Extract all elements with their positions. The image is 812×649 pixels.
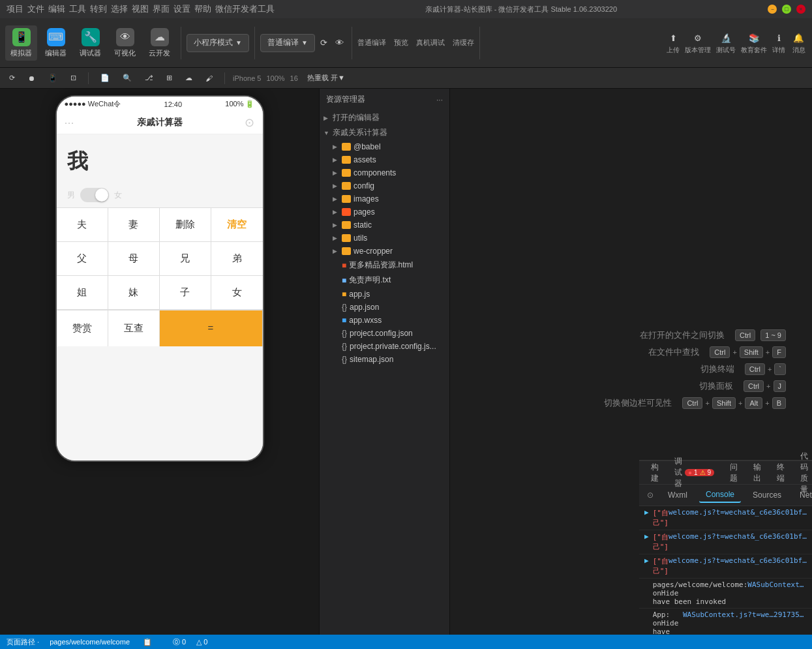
branch-btn[interactable]: ⎇ xyxy=(141,72,157,83)
minimize-button[interactable]: － xyxy=(768,5,777,14)
cloud2-btn[interactable]: ☁ xyxy=(181,72,196,83)
editor-btn[interactable]: ⌨ 编辑器 xyxy=(40,25,72,61)
tree-item-we-cropper[interactable]: ▶ we-cropper xyxy=(320,245,449,258)
toggle-female-label: 女 xyxy=(114,190,122,201)
log-arrow-1[interactable]: ▶ xyxy=(644,508,649,517)
json1-icon: {} xyxy=(342,303,347,312)
tree-item-sitemap[interactable]: ▶ {} sitemap.json xyxy=(320,353,449,366)
calc-cell-wife[interactable]: 妻 xyxy=(108,208,160,242)
log-row-3: ▶ ["自己"] welcome.js?t=wechat&_c6e36c01bf… xyxy=(639,554,812,579)
file-btn[interactable]: 📄 xyxy=(97,72,113,83)
calc-cell-mother[interactable]: 母 xyxy=(108,242,160,276)
maximize-button[interactable]: □ xyxy=(782,5,791,14)
tree-section-opened[interactable]: ▶ 打开的编辑器 xyxy=(320,110,449,125)
debugger-btn[interactable]: 🔧 调试器 xyxy=(74,25,106,61)
tab-output[interactable]: 输出 xyxy=(747,459,768,487)
calc-cell-younger-sister[interactable]: 妹 xyxy=(108,276,160,310)
calc-cell-daughter[interactable]: 女 xyxy=(211,276,263,310)
preview-label: 预览 xyxy=(394,38,408,48)
test-btn[interactable]: 🔬 xyxy=(718,31,734,46)
tree-item-images[interactable]: ▶ images xyxy=(320,192,449,205)
tab-issues[interactable]: 问题 xyxy=(723,459,744,487)
tree-item-config[interactable]: ▶ config xyxy=(320,179,449,192)
sep3 xyxy=(352,27,352,59)
log-link-5[interactable]: WASubContext.js?t=we…29173534&v=2.21.1:2 xyxy=(683,611,807,619)
colordepth-label: 16 xyxy=(290,74,298,82)
tree-item-appjs[interactable]: ▶ ■ app.js xyxy=(320,288,449,301)
compile-dropdown[interactable]: 普通编译 ▼ xyxy=(260,34,315,52)
tree-item-pages[interactable]: ▶ pages xyxy=(320,205,449,219)
upload-btn[interactable]: ⬆ xyxy=(667,31,680,46)
log-arrow-3[interactable]: ▶ xyxy=(644,556,649,565)
mode-dropdown[interactable]: 小程序模式 ▼ xyxy=(187,34,249,52)
wxss-icon: ■ xyxy=(342,316,346,325)
phone-back-icon[interactable]: ··· xyxy=(65,116,74,130)
log-link-2[interactable]: welcome.js?t=wechat&_c6e36c01bf47bdf8:63 xyxy=(669,532,807,541)
log-row-4: ▶ pages/welcome/welcome: onHide have bee… xyxy=(639,579,812,609)
tree-item-babel[interactable]: ▶ @babel xyxy=(320,140,449,153)
tree-item-txt[interactable]: ▶ ■ 免责声明.txt xyxy=(320,273,449,288)
detail-btn[interactable]: ℹ xyxy=(775,31,783,46)
calc-cell-husband[interactable]: 夫 xyxy=(57,208,108,242)
calc-cell-clear[interactable]: 清空 xyxy=(211,208,263,242)
log-arrow-2[interactable]: ▶ xyxy=(644,532,649,541)
tree-item-html[interactable]: ▶ ■ 更多精品资源.html xyxy=(320,258,449,273)
visual-btn[interactable]: 👁 可视化 xyxy=(109,25,141,61)
hotreload-btn[interactable]: 热重载 开▼ xyxy=(303,72,349,84)
test-label: 测试号 xyxy=(716,46,736,55)
tree-item-project-private[interactable]: ▶ {} project.private.config.js... xyxy=(320,340,449,353)
calc-cell-younger-brother[interactable]: 弟 xyxy=(211,242,263,276)
footer-equals[interactable]: = xyxy=(160,310,263,346)
grid-btn[interactable]: ⊞ xyxy=(162,72,176,83)
compile-label2: 普通编译 xyxy=(357,38,386,48)
tree-item-appwxss[interactable]: ▶ ■ app.wxss xyxy=(320,314,449,327)
subtab-network[interactable]: Network xyxy=(793,488,812,502)
page-path[interactable]: pages/welcome/welcome xyxy=(50,638,130,646)
notification-btn[interactable]: 🔔 xyxy=(790,31,807,46)
footer-reward[interactable]: 赞赏 xyxy=(57,310,108,346)
tree-item-assets[interactable]: ▶ assets xyxy=(320,153,449,166)
filepanel-title: 资源管理器 xyxy=(326,94,365,105)
tree-section-project[interactable]: ▼ 亲戚关系计算器 xyxy=(320,125,449,140)
calc-cell-father[interactable]: 父 xyxy=(57,242,108,276)
education-btn[interactable]: 📚 xyxy=(746,31,762,46)
gender-toggle[interactable] xyxy=(80,188,109,202)
debug-pause-btn[interactable]: ⊙ xyxy=(644,489,656,501)
cloud-btn[interactable]: ☁ 云开发 xyxy=(143,25,175,61)
calc-cell-son[interactable]: 子 xyxy=(160,276,211,310)
tree-item-appjson[interactable]: ▶ {} app.json xyxy=(320,301,449,314)
t2-sep2 xyxy=(224,72,225,84)
log-link-1[interactable]: welcome.js?t=wechat&_c6e36c01bf47bdf8:63 xyxy=(669,508,807,517)
log-link-3[interactable]: welcome.js?t=wechat&_c6e36c01bf47bdf8:63 xyxy=(669,556,807,565)
tab-debugger[interactable]: 调试器 ● 1 ⚠ 9 xyxy=(668,453,721,492)
subtab-sources[interactable]: Sources xyxy=(746,488,788,502)
close-button[interactable]: × xyxy=(796,5,805,14)
phone-btn[interactable]: 📱 xyxy=(44,72,61,83)
subtab-console[interactable]: Console xyxy=(699,487,741,503)
t2-sep1 xyxy=(88,72,89,84)
tab-build[interactable]: 构建 xyxy=(644,459,665,487)
refresh-compile-btn[interactable]: ⟳ xyxy=(318,35,330,50)
record-btn[interactable]: ⏺ xyxy=(24,73,39,83)
filepanel-more-btn[interactable]: ··· xyxy=(436,95,443,104)
brush-btn[interactable]: 🖌 xyxy=(202,73,217,83)
log-link-4[interactable]: WASubContext.js?t=we…29173534&v=2.21.1:2 xyxy=(747,581,807,589)
calc-cell-brother[interactable]: 兄 xyxy=(160,242,211,276)
page-copy-icon[interactable]: 📋 xyxy=(143,638,152,646)
version-mgmt-btn[interactable]: ⚙ xyxy=(691,31,704,46)
simulator-btn[interactable]: 📱 模拟器 xyxy=(5,25,37,61)
subtab-wxml[interactable]: Wxml xyxy=(661,488,694,502)
eye-btn[interactable]: 👁 xyxy=(333,35,346,50)
tab-terminal[interactable]: 终端 xyxy=(770,459,791,487)
tree-item-components[interactable]: ▶ components xyxy=(320,166,449,179)
calc-cell-elder-sister[interactable]: 姐 xyxy=(57,276,108,310)
tree-item-project-config[interactable]: ▶ {} project.config.json xyxy=(320,327,449,340)
search-btn[interactable]: 🔍 xyxy=(119,72,136,83)
tree-item-utils[interactable]: ▶ utils xyxy=(320,232,449,245)
footer-lookup[interactable]: 互查 xyxy=(108,310,160,346)
shortcut-keys-4: Ctrl + J xyxy=(744,380,786,392)
split-btn[interactable]: ⊡ xyxy=(67,72,80,83)
refresh-btn[interactable]: ⟳ xyxy=(5,72,19,83)
tree-item-static[interactable]: ▶ static xyxy=(320,219,449,232)
calc-cell-delete[interactable]: 删除 xyxy=(160,208,211,242)
